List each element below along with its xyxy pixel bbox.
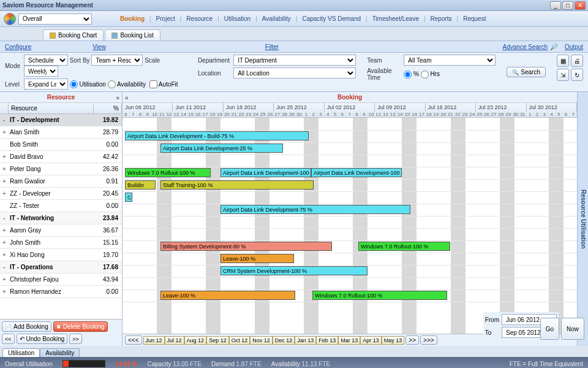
maximize-button[interactable]: □ — [562, 1, 573, 10]
add-booking-button[interactable]: 📄Add Booking — [2, 321, 51, 332]
scroll-left-button[interactable]: << — [2, 334, 15, 344]
expand-icon[interactable]: + — [0, 129, 9, 136]
nav-timesheet-leave[interactable]: Timesheet/Leave — [368, 14, 424, 23]
sortby-select[interactable]: Team + Resource — [91, 55, 143, 66]
expand-icon[interactable]: + — [0, 178, 9, 185]
gantt-chart[interactable]: Airport Data Link Development - Build-75… — [123, 118, 577, 334]
resource-row[interactable]: +Xi Hao Dong19.70 — [0, 249, 122, 261]
col-pct[interactable]: % — [94, 103, 122, 113]
filter-link[interactable]: Filter — [265, 44, 279, 50]
resource-row[interactable]: +Aaron Gray36.67 — [0, 224, 122, 237]
resource-row[interactable]: +David Bravo42.42 — [0, 151, 122, 163]
nav-capacity-vs-demand[interactable]: Capacity VS Demand — [297, 14, 366, 23]
nav-reports[interactable]: Reports — [426, 14, 457, 23]
export-excel-button[interactable]: ▦ — [557, 55, 569, 67]
expand-icon[interactable]: - — [0, 215, 9, 221]
close-button[interactable]: ✕ — [575, 1, 586, 10]
expand-icon[interactable]: + — [0, 239, 9, 246]
tab-utilisation[interactable]: Utilisation — [2, 348, 40, 357]
expand-icon[interactable]: + — [0, 288, 9, 295]
adv-search-link[interactable]: Advance Search — [503, 44, 548, 50]
undo-booking-button[interactable]: Undo Booking — [17, 334, 68, 344]
month-button[interactable]: Jun 12 — [143, 336, 165, 345]
booking-bar[interactable]: CRM System Development-100 % — [221, 266, 368, 275]
resource-list[interactable]: -IT - Development19.82+Alan Smith28.79Bo… — [0, 114, 122, 319]
tab-booking-list[interactable]: Booking List — [105, 29, 160, 40]
resource-row[interactable]: +Alan Smith28.79 — [0, 126, 122, 139]
expand-icon[interactable]: + — [0, 166, 9, 172]
month-button[interactable]: Oct 12 — [229, 336, 251, 345]
view-link[interactable]: View — [92, 44, 106, 50]
months-last[interactable]: >>> — [420, 335, 437, 345]
print-button[interactable]: 🖨 — [571, 55, 583, 67]
resource-row[interactable]: +Peter Dang26.36 — [0, 163, 122, 175]
resource-row[interactable]: +Ramon Hernandez0.00 — [0, 286, 122, 298]
hrs-radio[interactable] — [421, 71, 429, 79]
booking-bar[interactable]: Airport Data Link Development-25 % — [160, 144, 283, 153]
booking-bar[interactable]: Windows 7.0 Rollout-100 % — [312, 291, 447, 300]
expand-icon[interactable]: + — [0, 251, 9, 258]
resource-row[interactable]: Bob Smith0.00 — [0, 139, 122, 151]
months-next[interactable]: >> — [405, 335, 419, 345]
resource-row[interactable]: -IT - Networking23.84 — [0, 212, 122, 224]
expand-icon[interactable]: + — [0, 153, 9, 160]
col-resource[interactable]: Resource — [9, 103, 94, 113]
month-button[interactable]: Aug 12 — [184, 336, 207, 345]
autofit-check[interactable] — [149, 80, 157, 88]
booking-bar[interactable]: Windows 7.0 Rollout-100 % — [125, 168, 211, 177]
booking-bar[interactable]: C — [125, 193, 132, 202]
delete-booking-button[interactable]: Delete Booking — [53, 321, 108, 332]
booking-bar[interactable]: Billing System Development-80 % — [160, 242, 332, 251]
pct-radio[interactable] — [404, 71, 412, 79]
booking-bar[interactable]: Leave-100 % — [160, 291, 295, 300]
level-select[interactable]: Expand Level — [24, 79, 68, 90]
month-button[interactable]: Apr 13 — [360, 336, 382, 345]
months-first[interactable]: <<< — [125, 335, 142, 345]
resource-row[interactable]: +ZZ - Developer20.45 — [0, 188, 122, 200]
dept-select[interactable]: IT Department — [233, 55, 356, 66]
booking-bar[interactable]: Staff Training-100 % — [160, 180, 314, 190]
adv-search-icon[interactable]: 🔎 — [550, 44, 557, 50]
month-button[interactable]: Feb 13 — [316, 336, 338, 345]
configure-link[interactable]: Configure — [5, 44, 31, 50]
expand-icon[interactable]: « — [125, 94, 129, 101]
nav-project[interactable]: Project — [151, 14, 180, 23]
month-button[interactable]: Sep 12 — [206, 336, 229, 345]
now-button[interactable]: Now — [561, 318, 584, 340]
output-link[interactable]: Output — [565, 44, 583, 50]
expand-icon[interactable]: + — [0, 190, 9, 197]
scale-select[interactable]: Weekly — [24, 66, 58, 77]
nav-utilisation[interactable]: Utilisation — [219, 14, 255, 23]
nav-resource[interactable]: Resource — [181, 14, 217, 23]
tab-booking-chart[interactable]: Booking Chart — [43, 29, 104, 40]
booking-bar[interactable]: Windows 7.0 Rollout-100 % — [358, 242, 450, 251]
month-button[interactable]: Jul 12 — [165, 336, 184, 345]
loc-select[interactable]: All Location — [233, 67, 356, 79]
nav-availability[interactable]: Availability — [257, 14, 296, 23]
resource-row[interactable]: +Ram Gwalior0.91 — [0, 175, 122, 188]
minimize-button[interactable]: _ — [550, 1, 561, 10]
month-button[interactable]: May 13 — [382, 336, 405, 345]
refresh-button[interactable]: ↻ — [571, 69, 583, 81]
resource-row[interactable]: +John Smith15.15 — [0, 237, 122, 249]
availability-radio[interactable] — [108, 80, 116, 88]
side-tab-resource-utilisation[interactable]: Resource Utilisation — [577, 92, 588, 346]
collapse-icon[interactable]: » — [116, 94, 119, 101]
month-button[interactable]: Dec 12 — [273, 336, 295, 345]
overall-select[interactable]: Overall — [18, 13, 92, 25]
resource-row[interactable]: +Christopher Fajou43.94 — [0, 274, 122, 286]
nav-booking[interactable]: Booking — [115, 14, 149, 23]
resource-row[interactable]: -IT - Operations17.68 — [0, 261, 122, 274]
booking-bar[interactable]: Leave-100 % — [221, 254, 294, 263]
month-button[interactable]: Nov 12 — [250, 336, 273, 345]
go-button[interactable]: Go — [540, 318, 559, 340]
expand-icon[interactable]: - — [0, 264, 9, 270]
booking-bar[interactable]: Buildin — [125, 180, 156, 190]
resource-row[interactable]: -IT - Development19.82 — [0, 114, 122, 126]
search-button[interactable]: Search — [507, 67, 546, 77]
team-select[interactable]: All Team — [404, 55, 496, 66]
booking-bar[interactable]: Airport Data Link Development - Build-75… — [125, 131, 309, 140]
booking-bar[interactable]: Airport Data Link Development-100 — [311, 168, 402, 177]
expand-icon[interactable]: + — [0, 276, 9, 283]
utilisation-radio[interactable] — [70, 80, 78, 88]
